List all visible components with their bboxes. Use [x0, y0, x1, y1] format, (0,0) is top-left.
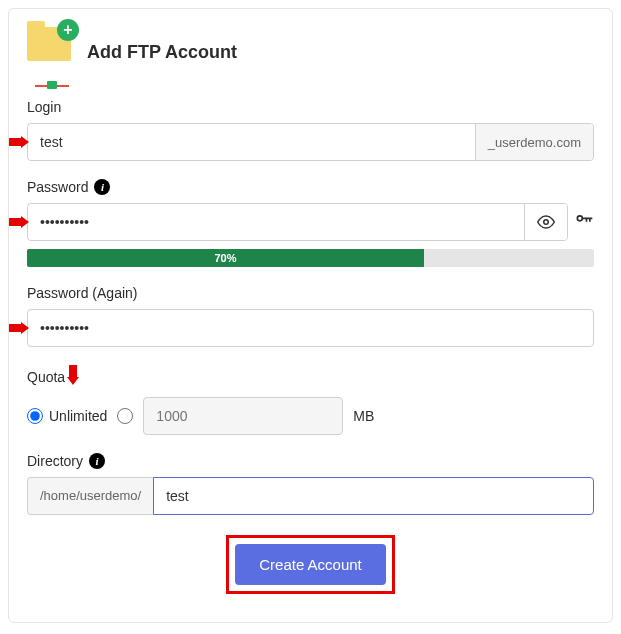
login-input-wrap: _userdemo.com [27, 123, 594, 161]
quota-label: Quota [27, 369, 65, 385]
directory-input[interactable] [153, 477, 594, 515]
password-strength-fill: 70% [27, 249, 424, 267]
svg-marker-3 [9, 322, 29, 334]
directory-label-text: Directory [27, 453, 83, 469]
quota-unlimited-radio[interactable] [27, 408, 43, 424]
generate-password-button[interactable] [574, 210, 594, 235]
password-again-input-wrap [27, 309, 594, 347]
arrow-marker-icon [9, 216, 29, 228]
arrow-down-marker-icon [67, 365, 79, 389]
add-ftp-panel: + Add FTP Account Login _userdemo.com Pa… [8, 8, 613, 623]
password-again-input[interactable] [28, 310, 593, 346]
quota-custom-radio[interactable] [117, 408, 133, 424]
password-strength-text: 70% [27, 249, 424, 267]
quota-options: Unlimited MB [27, 397, 594, 435]
password-label-text: Password [27, 179, 88, 195]
arrow-marker-icon [9, 322, 29, 334]
key-icon [574, 210, 594, 230]
svg-point-2 [544, 220, 549, 225]
info-icon[interactable]: i [94, 179, 110, 195]
submit-row: Create Account [27, 535, 594, 594]
arrow-marker-icon [9, 136, 29, 148]
panel-header: + Add FTP Account [27, 27, 594, 77]
submit-highlight-box: Create Account [226, 535, 395, 594]
password-field-group: Password i [27, 179, 594, 267]
login-input[interactable] [28, 124, 475, 160]
quota-field-group: Quota Unlimited MB [27, 365, 594, 435]
folder-add-icon: + [27, 27, 77, 77]
directory-label: Directory i [27, 453, 594, 469]
svg-marker-4 [67, 365, 79, 385]
password-label: Password i [27, 179, 594, 195]
login-domain-suffix: _userdemo.com [475, 124, 593, 160]
password-input[interactable] [28, 204, 524, 240]
quota-size-input[interactable] [143, 397, 343, 435]
directory-field-group: Directory i /home/userdemo/ [27, 453, 594, 515]
directory-prefix: /home/userdemo/ [27, 477, 153, 515]
create-account-button[interactable]: Create Account [235, 544, 386, 585]
quota-custom-option[interactable] [117, 408, 133, 424]
quota-unlimited-option[interactable]: Unlimited [27, 408, 107, 424]
directory-input-row: /home/userdemo/ [27, 477, 594, 515]
quota-unlimited-label: Unlimited [49, 408, 107, 424]
quota-unit-label: MB [353, 408, 374, 424]
svg-marker-0 [9, 136, 29, 148]
eye-icon [537, 213, 555, 231]
login-label: Login [27, 99, 594, 115]
password-strength-bar: 70% [27, 249, 594, 267]
password-input-wrap [27, 203, 568, 241]
password-again-field-group: Password (Again) [27, 285, 594, 347]
svg-marker-1 [9, 216, 29, 228]
toggle-password-visibility-button[interactable] [524, 204, 567, 240]
panel-title: Add FTP Account [87, 42, 237, 63]
login-field-group: Login _userdemo.com [27, 99, 594, 161]
password-again-label: Password (Again) [27, 285, 594, 301]
info-icon[interactable]: i [89, 453, 105, 469]
